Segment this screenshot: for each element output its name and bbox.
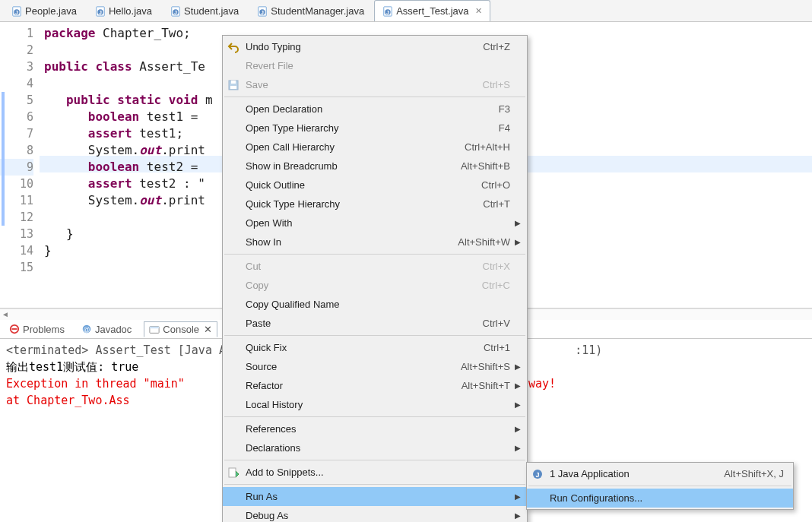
- tab-console[interactable]: Console ✕: [144, 321, 217, 337]
- svg-text:J: J: [386, 9, 389, 14]
- editor-tab[interactable]: JStudent.java: [162, 0, 247, 21]
- menu-item[interactable]: Undo TypingCtrl+Z: [223, 37, 527, 56]
- menu-item[interactable]: Show in BreadcrumbAlt+Shift+B: [223, 157, 527, 176]
- menu-item[interactable]: Quick Type HierarchyCtrl+T: [223, 195, 527, 214]
- java-file-icon: J: [95, 6, 106, 17]
- run-as-submenu[interactable]: J1 Java ApplicationAlt+Shift+X, JRun Con…: [526, 462, 794, 510]
- line-number[interactable]: 10: [0, 176, 33, 192]
- line-number[interactable]: 2: [0, 42, 33, 59]
- java-app-icon: J: [531, 468, 544, 480]
- menu-item[interactable]: Open Type HierarchyF4: [223, 119, 527, 138]
- line-number[interactable]: 8: [0, 142, 33, 159]
- menu-item[interactable]: Local History▶: [223, 395, 527, 414]
- menu-item-shortcut: Alt+Shift+B: [461, 160, 510, 172]
- tab-label: Hello.java: [109, 5, 152, 17]
- menu-item[interactable]: Run As▶: [223, 487, 527, 506]
- menu-item-label: Revert File: [246, 60, 510, 71]
- close-icon[interactable]: ✕: [475, 6, 482, 16]
- menu-item-label: Quick Fix: [246, 342, 484, 353]
- menu-item-shortcut: Alt+Shift+T: [462, 380, 510, 391]
- line-number[interactable]: 11: [0, 192, 33, 209]
- svg-rect-16: [12, 328, 17, 330]
- menu-item-label: Source: [246, 361, 461, 372]
- menu-item[interactable]: Debug As▶: [223, 506, 527, 522]
- line-number[interactable]: 6: [0, 109, 33, 125]
- menu-item: Revert File: [223, 56, 527, 75]
- menu-item-shortcut: F3: [499, 103, 510, 115]
- menu-item: SaveCtrl+S: [223, 75, 527, 94]
- svg-text:J: J: [99, 9, 102, 14]
- menu-item-label: Declarations: [246, 442, 510, 454]
- menu-item[interactable]: PasteCtrl+V: [223, 314, 527, 333]
- svg-rect-24: [229, 468, 236, 477]
- menu-separator: [224, 416, 525, 417]
- menu-item-label: Refactor: [246, 380, 462, 391]
- menu-item[interactable]: J1 Java ApplicationAlt+Shift+X, J: [527, 464, 793, 483]
- menu-item-shortcut: Ctrl+1: [484, 342, 510, 353]
- menu-item-label: Run Configurations...: [550, 492, 784, 504]
- menu-item-label: Open Type Hierarchy: [246, 122, 499, 134]
- line-gutter: 123456789101112131415: [0, 22, 40, 308]
- svg-text:J: J: [261, 9, 264, 14]
- menu-item: CopyCtrl+C: [223, 276, 527, 295]
- scroll-left-arrow-icon[interactable]: ◄: [2, 310, 9, 318]
- tab-javadoc[interactable]: @ Javadoc: [77, 322, 136, 337]
- menu-item[interactable]: Add to Snippets...: [223, 463, 527, 482]
- line-number[interactable]: 1: [0, 25, 33, 42]
- line-number[interactable]: 9: [0, 159, 33, 176]
- close-icon[interactable]: ✕: [204, 324, 212, 335]
- editor-tab[interactable]: JPeople.java: [3, 0, 85, 21]
- menu-item[interactable]: Run Configurations...: [527, 489, 793, 508]
- line-number[interactable]: 14: [0, 242, 33, 259]
- submenu-arrow-icon: ▶: [515, 381, 521, 390]
- problems-icon: [9, 324, 20, 334]
- tab-label: StudentManager.java: [271, 5, 364, 17]
- menu-item[interactable]: Open DeclarationF3: [223, 100, 527, 119]
- menu-item[interactable]: Open Call HierarchyCtrl+Alt+H: [223, 138, 527, 157]
- line-number[interactable]: 15: [0, 259, 33, 276]
- submenu-arrow-icon: ▶: [515, 400, 521, 409]
- submenu-arrow-icon: ▶: [515, 238, 521, 246]
- menu-item-label: Save: [246, 79, 483, 90]
- menu-item[interactable]: Quick FixCtrl+1: [223, 338, 527, 357]
- submenu-arrow-icon: ▶: [515, 511, 521, 520]
- tab-problems[interactable]: Problems: [5, 322, 69, 337]
- svg-text:@: @: [83, 326, 90, 334]
- menu-item[interactable]: Open With▶: [223, 214, 527, 233]
- line-number[interactable]: 7: [0, 125, 33, 142]
- line-number[interactable]: 3: [0, 59, 33, 75]
- editor-tab[interactable]: JAssert_Test.java✕: [374, 0, 490, 21]
- menu-item[interactable]: SourceAlt+Shift+S▶: [223, 357, 527, 376]
- java-file-icon: J: [11, 6, 22, 17]
- menu-item[interactable]: References▶: [223, 419, 527, 438]
- line-number[interactable]: 13: [0, 226, 33, 242]
- editor-tab[interactable]: JStudentManager.java: [249, 0, 373, 21]
- menu-separator: [528, 486, 791, 486]
- menu-item-shortcut: Ctrl+T: [483, 198, 510, 210]
- menu-item-label: Undo Typing: [246, 41, 483, 52]
- menu-item-shortcut: Alt+Shift+X, J: [724, 468, 784, 479]
- editor-context-menu[interactable]: Undo TypingCtrl+ZRevert FileSaveCtrl+SOp…: [222, 35, 528, 522]
- line-number[interactable]: 5: [0, 92, 33, 109]
- submenu-arrow-icon: ▶: [515, 425, 521, 433]
- save-icon: [227, 79, 239, 91]
- menu-item[interactable]: RefactorAlt+Shift+T▶: [223, 376, 527, 395]
- menu-item[interactable]: Declarations▶: [223, 438, 527, 457]
- menu-separator: [224, 335, 525, 336]
- eclipse-workbench: JPeople.javaJHello.javaJStudent.javaJStu…: [0, 0, 812, 522]
- menu-item-label: Copy: [246, 280, 482, 291]
- editor-tab[interactable]: JHello.java: [87, 0, 160, 21]
- menu-item[interactable]: Show InAlt+Shift+W▶: [223, 233, 527, 252]
- menu-item-label: Quick Outline: [246, 179, 481, 191]
- javadoc-icon: @: [81, 324, 92, 334]
- menu-item-label: Open Call Hierarchy: [246, 141, 465, 153]
- line-number[interactable]: 12: [0, 209, 33, 226]
- line-number[interactable]: 4: [0, 75, 33, 92]
- menu-item[interactable]: Quick OutlineCtrl+O: [223, 176, 527, 195]
- menu-item[interactable]: Copy Qualified Name: [223, 295, 527, 314]
- menu-item-shortcut: Ctrl+C: [482, 280, 510, 291]
- menu-item-label: Paste: [246, 318, 483, 329]
- tab-label: Assert_Test.java: [396, 5, 468, 17]
- menu-separator: [224, 460, 525, 460]
- snippet-icon: [227, 467, 239, 479]
